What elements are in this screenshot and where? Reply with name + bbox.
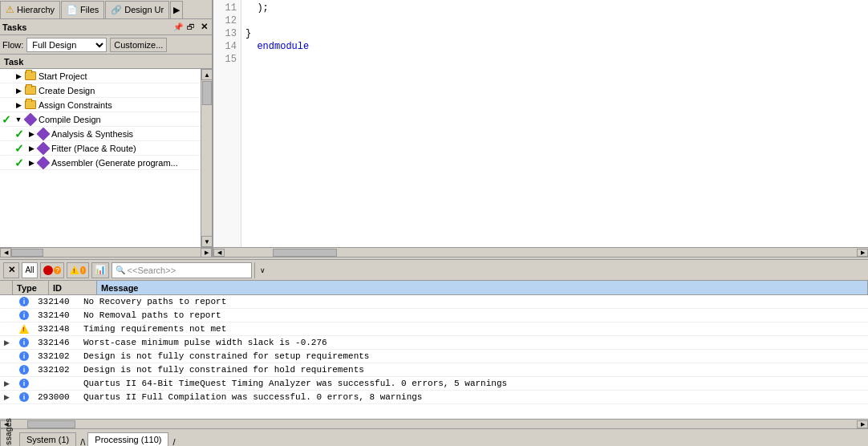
col-header-id[interactable]: ID xyxy=(49,281,97,294)
tab-files-label: Files xyxy=(80,5,99,14)
col-header-message[interactable]: Message xyxy=(97,281,868,294)
msg-text-2: Timing requirements not met xyxy=(83,324,868,334)
msg-row-6[interactable]: ▶ i Quartus II 64-Bit TimeQuest Timing A… xyxy=(0,377,868,391)
status-tab-processing[interactable]: Processing (110) xyxy=(87,432,168,447)
task-list: ▶ Start Project ▶ Create Design xyxy=(0,69,201,247)
msg-text-0: No Recovery paths to report xyxy=(83,297,868,306)
check-icon-compile: ✓ xyxy=(2,113,11,126)
tab-separator: /\ xyxy=(78,437,87,447)
check-icon-analysis: ✓ xyxy=(14,128,24,140)
task-row-create-design[interactable]: ▶ Create Design xyxy=(0,83,201,98)
h-scroll-thumb[interactable] xyxy=(11,249,43,257)
h-scroll-right[interactable]: ▶ xyxy=(201,248,212,257)
error-btn[interactable]: ? xyxy=(40,262,64,278)
msg-row-2[interactable]: ! 332148 Timing requirements not met xyxy=(0,322,868,336)
tasks-close-icon[interactable]: ✕ xyxy=(198,22,209,33)
close-msg-btn[interactable]: ✕ xyxy=(3,262,19,278)
msg-type-icon-7: i xyxy=(13,392,35,402)
task-expand-assembler[interactable]: ▶ xyxy=(26,159,37,167)
bottom-panel: ✕ All ? ! ! 📊 🔍 ∨ Type xyxy=(0,260,868,446)
task-row-assign-constraints[interactable]: ▶ Assign Constraints xyxy=(0,98,201,112)
tabs-more-arrow[interactable]: ▶ xyxy=(170,1,183,18)
scroll-thumb[interactable] xyxy=(202,81,212,105)
tab-hierarchy[interactable]: ⚠ Hierarchy xyxy=(0,1,60,18)
msg-row-4[interactable]: i 332102 Design is not fully constrained… xyxy=(0,350,868,363)
task-row-compile[interactable]: ✓ ▼ Compile Design xyxy=(0,112,201,127)
search-dropdown-arrow[interactable]: ∨ xyxy=(254,262,270,278)
line-num-13: 13 xyxy=(213,27,237,40)
status-tab-system[interactable]: System (1) xyxy=(19,432,76,447)
msg-type-icon-3: i xyxy=(13,338,35,347)
msg-row-1[interactable]: i 332140 No Removal paths to report xyxy=(0,309,868,322)
code-scroll-track xyxy=(225,249,857,257)
msg-row-3[interactable]: ▶ i 332146 Worst-case minimum pulse widt… xyxy=(0,336,868,350)
h-scroll-left[interactable]: ◀ xyxy=(0,248,11,257)
search-box: 🔍 xyxy=(112,262,252,278)
msg-h-scrollbar[interactable]: ◀ ▶ xyxy=(0,419,868,428)
msg-expand-7[interactable]: ▶ xyxy=(0,393,13,401)
tasks-restore-icon[interactable]: 🗗 xyxy=(185,22,197,33)
info-icon-5: i xyxy=(19,365,29,375)
code-area: 11 12 13 14 15 ); } endmodule ◀ xyxy=(213,0,868,257)
warning-btn[interactable]: ! ! xyxy=(67,262,89,278)
task-list-header: Task xyxy=(0,55,212,69)
task-row-start-project[interactable]: ▶ Start Project xyxy=(0,69,201,83)
task-name-analysis: Analysis & Synthesis xyxy=(50,129,133,139)
task-icon-create xyxy=(24,84,37,97)
task-row-analysis[interactable]: ✓ ▶ Analysis & Synthesis xyxy=(0,127,201,141)
task-name-fitter: Fitter (Place & Route) xyxy=(50,144,136,153)
customize-button[interactable]: Customize... xyxy=(110,38,167,52)
msg-id-0: 332140 xyxy=(35,297,83,306)
info-icon-7: i xyxy=(19,392,29,402)
msg-h-scroll-track xyxy=(11,420,857,428)
code-scroll-right[interactable]: ▶ xyxy=(857,249,868,257)
task-expand-start[interactable]: ▶ xyxy=(13,72,24,80)
tab-design-ur-label: Design Ur xyxy=(124,5,164,14)
msg-id-3: 332146 xyxy=(35,338,83,347)
scroll-up-btn[interactable]: ▲ xyxy=(201,69,212,80)
flow-select[interactable]: Full Design xyxy=(26,38,107,52)
tab-files[interactable]: 📄 Files xyxy=(61,1,104,18)
task-icon-fitter xyxy=(37,142,50,155)
code-content[interactable]: ); } endmodule xyxy=(241,0,868,247)
msg-type-icon-0: i xyxy=(13,297,35,306)
scroll-track xyxy=(201,80,212,236)
tasks-pin-icon[interactable]: 📌 xyxy=(172,22,184,33)
msg-expand-6[interactable]: ▶ xyxy=(0,379,13,387)
code-scroll-left[interactable]: ◀ xyxy=(213,249,225,257)
msg-expand-3[interactable]: ▶ xyxy=(0,339,13,347)
msg-type-icon-5: i xyxy=(13,365,35,375)
task-expand-analysis[interactable]: ▶ xyxy=(26,130,37,138)
code-scroll-thumb[interactable] xyxy=(273,249,337,257)
task-expand-fitter[interactable]: ▶ xyxy=(26,144,37,152)
left-panel: ⚠ Hierarchy 📄 Files 🔗 Design Ur ▶ Tasks xyxy=(0,0,213,257)
msg-h-scroll-thumb[interactable] xyxy=(27,420,75,428)
task-scrollbar[interactable]: ▲ ▼ xyxy=(201,69,212,247)
all-msg-btn[interactable]: All xyxy=(22,262,38,278)
task-name-assign: Assign Constraints xyxy=(37,100,112,110)
info-graph-icon: 📊 xyxy=(95,265,106,275)
info-btn[interactable]: 📊 xyxy=(91,262,109,278)
msg-col-headers: Type ID Message xyxy=(0,281,868,295)
task-row-assembler[interactable]: ✓ ▶ Assembler (Generate program... xyxy=(0,156,201,170)
search-input[interactable] xyxy=(128,266,248,275)
status-tabs: System (1) /\ Processing (110) / xyxy=(16,429,178,447)
code-h-scrollbar[interactable]: ◀ ▶ xyxy=(213,247,868,257)
task-expand-create[interactable]: ▶ xyxy=(13,87,24,95)
task-expand-compile[interactable]: ▼ xyxy=(13,116,24,124)
task-status-compile: ✓ xyxy=(0,113,13,126)
check-icon-assembler: ✓ xyxy=(14,156,24,169)
msg-row-7[interactable]: ▶ i 293000 Quartus II Full Compilation w… xyxy=(0,391,868,404)
scroll-down-btn[interactable]: ▼ xyxy=(201,236,212,247)
tab-design-ur[interactable]: 🔗 Design Ur xyxy=(105,1,169,18)
info-icon-3: i xyxy=(19,338,29,347)
col-header-type[interactable]: Type xyxy=(13,281,49,294)
msg-row-0[interactable]: i 332140 No Recovery paths to report xyxy=(0,295,868,309)
task-row-fitter[interactable]: ✓ ▶ Fitter (Place & Route) xyxy=(0,141,201,156)
msg-row-5[interactable]: i 332102 Design is not fully constrained… xyxy=(0,363,868,377)
task-expand-assign[interactable]: ▶ xyxy=(13,101,24,109)
msg-id-1: 332140 xyxy=(35,310,83,320)
info-icon-0: i xyxy=(19,297,29,306)
msg-h-scroll-right[interactable]: ▶ xyxy=(857,420,868,428)
task-icon-assign xyxy=(24,99,37,112)
